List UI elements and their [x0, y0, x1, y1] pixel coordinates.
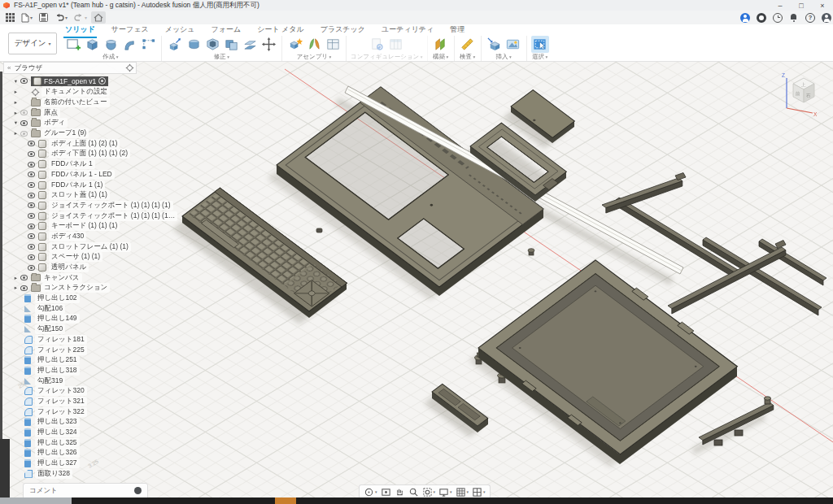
revolve-icon[interactable] — [102, 36, 120, 53]
close-button[interactable]: × — [812, 2, 833, 10]
display-settings-icon[interactable]: ▾ — [438, 487, 452, 497]
fit-icon[interactable]: ▾ — [422, 487, 436, 497]
visibility-eye-icon[interactable] — [28, 172, 35, 177]
expand-icon[interactable]: ▾ — [11, 119, 20, 126]
tree-item[interactable]: 押し出し323 — [3, 417, 137, 428]
expand-icon[interactable]: ▸ — [11, 110, 20, 116]
tree-item[interactable]: フィレット320 — [3, 386, 137, 397]
visibility-eye-icon[interactable] — [28, 162, 35, 167]
viewcube-top-label[interactable]: 上 — [801, 82, 806, 87]
tree-item[interactable]: 押し出し326 — [3, 448, 137, 458]
visibility-eye-icon[interactable] — [20, 131, 28, 137]
tree-item[interactable]: 押し出し149 — [3, 314, 137, 324]
tree-item[interactable]: 面取り328 — [3, 468, 137, 479]
sweep-icon[interactable] — [120, 36, 138, 53]
undo-icon[interactable]: ▾ — [52, 11, 70, 24]
minimize-button[interactable]: – — [770, 2, 791, 10]
visibility-eye-icon[interactable] — [28, 224, 35, 229]
tree-item[interactable]: 勾配106 — [3, 303, 137, 314]
visibility-eye-icon[interactable] — [28, 254, 35, 260]
home-icon[interactable] — [91, 11, 106, 24]
tree-item[interactable]: フィレット225 — [3, 345, 137, 355]
tree-item[interactable]: ジョイスティックポート (1) (1) (1) (1… — [3, 211, 137, 221]
tree-item[interactable]: ジョイスティックポート (1) (1) (1) (1) — [3, 201, 137, 211]
insert-mesh-icon[interactable] — [486, 36, 504, 53]
move-icon[interactable] — [259, 36, 277, 53]
pattern-points-icon[interactable] — [139, 36, 157, 53]
sketch-icon[interactable] — [64, 36, 82, 53]
tree-item[interactable]: 勾配319 — [3, 376, 137, 386]
tree-item[interactable]: ▸ コンストラクション — [3, 283, 137, 293]
extrude-icon[interactable] — [83, 36, 101, 53]
workspace-selector[interactable]: デザイン▾ — [8, 33, 57, 54]
tree-item[interactable]: 押し出し318 — [3, 366, 137, 376]
tree-item[interactable]: 押し出し327 — [3, 458, 137, 469]
browser-gear-icon[interactable] — [127, 65, 133, 71]
tree-item[interactable]: FDDパネル 1 - LED — [3, 170, 137, 180]
tree-item[interactable]: 押し出し102 — [3, 293, 137, 304]
tree-item[interactable]: ▾ ボディ — [3, 118, 137, 128]
tree-item[interactable]: スロットフレーム (1) (1) — [3, 241, 137, 252]
group-label-select[interactable]: 選択 — [532, 53, 547, 61]
select-icon[interactable] — [531, 36, 549, 53]
group-label-construct[interactable]: 構築 — [433, 53, 448, 61]
expand-icon[interactable]: ▸ — [11, 130, 20, 137]
as-built-joint-icon[interactable] — [324, 36, 342, 53]
tree-item[interactable]: FDDパネル 1 — [3, 159, 137, 170]
tree-item[interactable]: ボディ下面 (1) (1) (1) (2) — [3, 149, 137, 159]
group-label-inspect[interactable]: 検査 — [460, 53, 475, 61]
construction-plane-icon[interactable] — [432, 36, 450, 53]
viewports-icon[interactable]: ▾ — [472, 487, 486, 497]
extensions-icon[interactable] — [757, 13, 766, 23]
tree-item[interactable]: フィレット181 — [3, 335, 137, 345]
history-icon[interactable] — [773, 13, 783, 23]
save-icon[interactable] — [37, 11, 50, 24]
expand-icon[interactable]: ▾ — [11, 78, 20, 85]
activate-component-icon[interactable] — [98, 77, 106, 85]
tree-item[interactable]: キーボード (1) (1) (1) — [3, 221, 137, 232]
press-pull-icon[interactable] — [166, 36, 184, 53]
notifications-icon[interactable] — [789, 13, 799, 23]
visibility-eye-icon[interactable] — [28, 233, 35, 239]
tree-item[interactable]: ▸ 原点 — [3, 107, 137, 118]
tree-item[interactable]: 勾配150 — [3, 324, 137, 335]
browser-header[interactable]: « ブラウザ — [3, 62, 137, 74]
visibility-eye-icon[interactable] — [28, 265, 35, 271]
expand-icon[interactable]: ▸ — [11, 285, 20, 291]
tree-item[interactable]: FDDパネル 1 (1) — [3, 180, 137, 190]
visibility-eye-icon[interactable] — [20, 78, 28, 84]
viewcube-right-label[interactable]: 右 — [806, 93, 811, 98]
expand-icon[interactable]: ▸ — [11, 89, 20, 95]
avatar[interactable] — [822, 13, 831, 23]
comment-bar[interactable]: コメント — [23, 483, 148, 498]
combine-icon[interactable] — [222, 36, 240, 53]
group-label-create[interactable]: 作成 — [102, 53, 118, 61]
tree-item[interactable]: ▸ キャンバス — [3, 272, 137, 283]
tree-item[interactable]: ボディ430 — [3, 232, 137, 242]
visibility-eye-icon[interactable] — [20, 120, 28, 126]
zoom-icon[interactable] — [408, 487, 419, 497]
collapse-panel-icon[interactable]: « — [7, 64, 11, 72]
grid-settings-icon[interactable]: ▾ — [456, 487, 469, 497]
visibility-eye-icon[interactable] — [28, 151, 35, 157]
tree-item[interactable]: フィレット321 — [3, 397, 137, 407]
fillet-icon[interactable] — [185, 36, 203, 53]
app-grid-icon[interactable] — [3, 11, 17, 24]
help-icon[interactable]: ? — [805, 13, 815, 23]
new-component-icon[interactable] — [286, 36, 304, 53]
tree-item[interactable]: スロット蓋 (1) (1) — [3, 190, 137, 201]
tree-item[interactable]: 押し出し324 — [3, 428, 137, 438]
profile-icon[interactable] — [740, 13, 750, 23]
visibility-eye-icon[interactable] — [28, 202, 35, 208]
look-at-icon[interactable] — [381, 487, 391, 497]
visibility-eye-icon[interactable] — [28, 141, 35, 146]
file-menu-icon[interactable]: ▾ — [19, 11, 35, 24]
maximize-button[interactable]: □ — [791, 2, 812, 10]
visibility-eye-icon[interactable] — [20, 110, 28, 115]
visibility-eye-icon[interactable] — [20, 285, 28, 291]
visibility-eye-icon[interactable] — [28, 182, 35, 188]
visibility-eye-icon[interactable] — [28, 213, 35, 219]
visibility-eye-icon[interactable] — [20, 275, 28, 280]
shell-icon[interactable] — [203, 36, 221, 53]
expand-icon[interactable]: ▸ — [11, 275, 20, 281]
